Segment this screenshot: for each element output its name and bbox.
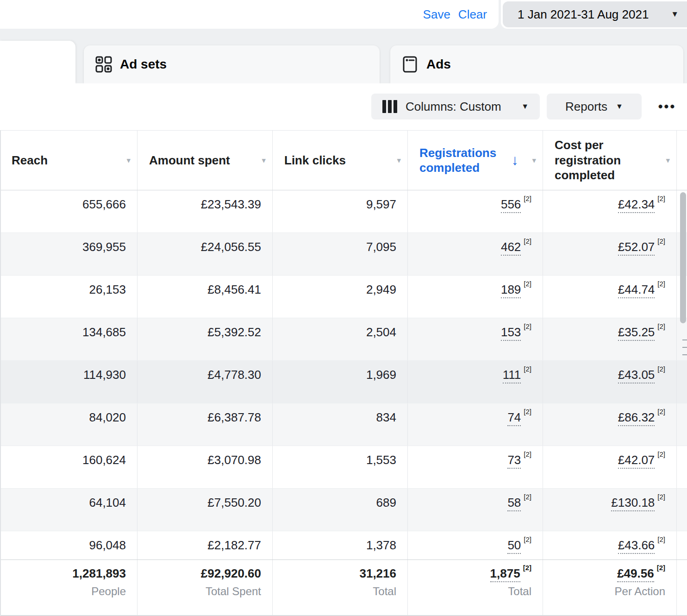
reference-mark: [2] <box>523 564 531 572</box>
registrations-value[interactable]: 189 <box>501 283 521 298</box>
total-value: 31,216 <box>273 566 396 581</box>
reference-mark: [2] <box>657 365 665 373</box>
reference-mark: [2] <box>657 280 665 288</box>
more-options-button[interactable]: ••• <box>654 94 681 119</box>
registrations-value[interactable]: 74 <box>507 410 521 426</box>
link-clicks-cell: 7,095 <box>272 233 407 275</box>
overflow-column <box>676 560 687 615</box>
column-header-amount-spent[interactable]: Amount spent ▾ <box>137 131 272 190</box>
reference-mark: [2] <box>657 237 665 245</box>
column-label: Amount spent <box>149 153 230 168</box>
ellipsis-icon: ••• <box>658 99 676 114</box>
chevron-down-icon: ▼ <box>616 102 623 111</box>
overflow-column <box>676 446 687 488</box>
table-row[interactable]: 64,104 £7,550.20 689 58[2] £130.18[2] <box>0 489 687 531</box>
table-row[interactable]: 369,955 £24,056.55 7,095 462[2] £52.07[2… <box>0 233 687 276</box>
cost-value[interactable]: £130.18 <box>611 496 655 511</box>
total-cost-value[interactable]: £49.56 <box>617 566 654 582</box>
reports-button[interactable]: Reports ▼ <box>547 94 642 119</box>
reference-mark: [2] <box>657 564 665 572</box>
registrations-value[interactable]: 50 <box>507 538 521 554</box>
cost-cell: £86.32[2] <box>543 403 676 446</box>
cost-cell: £130.18[2] <box>543 489 676 531</box>
save-button[interactable]: Save <box>423 7 450 22</box>
registrations-value[interactable]: 111 <box>503 368 521 383</box>
columns-icon <box>382 100 397 113</box>
cost-cell: £42.07[2] <box>543 446 676 488</box>
clear-button[interactable]: Clear <box>458 7 487 22</box>
column-header-link-clicks[interactable]: Link clicks ▾ <box>272 131 407 190</box>
amount-spent-cell: £6,387.78 <box>137 403 272 446</box>
column-menu-caret-icon[interactable]: ▾ <box>126 156 131 165</box>
table-row[interactable]: 26,153 £8,456.41 2,949 189[2] £44.74[2] <box>0 276 687 318</box>
link-clicks-cell: 834 <box>272 403 407 446</box>
table-row[interactable]: 134,685 £5,392.52 2,504 153[2] £35.25[2] <box>0 318 687 361</box>
tab-ad-sets-label: Ad sets <box>120 57 167 72</box>
tab-ad-sets[interactable]: Ad sets <box>84 45 380 83</box>
total-registrations-value[interactable]: 1,875 <box>490 566 520 582</box>
reach-cell: 655,666 <box>0 190 137 233</box>
link-clicks-cell: 1,553 <box>272 446 407 488</box>
reference-mark: [2] <box>524 535 531 543</box>
cost-value[interactable]: £43.66 <box>618 538 655 554</box>
total-value: 1,281,893 <box>0 566 126 581</box>
table-row[interactable]: 84,020 £6,387.78 834 74[2] £86.32[2] <box>0 403 687 446</box>
sort-descending-icon[interactable]: ↓ <box>512 152 519 169</box>
total-cost-cell: £49.56[2] Per Action <box>543 560 676 615</box>
table-row[interactable]: 160,624 £3,070.98 1,553 73[2] £42.07[2] <box>0 446 687 489</box>
registrations-value[interactable]: 73 <box>507 453 521 469</box>
reach-cell: 64,104 <box>0 489 137 531</box>
link-clicks-cell: 1,378 <box>272 531 407 559</box>
cost-value[interactable]: £43.05 <box>618 368 655 383</box>
cost-value[interactable]: £42.07 <box>618 453 655 469</box>
column-label: Cost per registration completed <box>555 138 643 183</box>
columns-button[interactable]: Columns: Custom ▼ <box>371 94 540 119</box>
column-header-reach[interactable]: Reach ▾ <box>0 131 137 190</box>
registrations-value[interactable]: 153 <box>501 325 521 341</box>
table-row[interactable]: 655,666 £23,543.39 9,597 556[2] £42.34[2… <box>0 190 687 233</box>
reference-mark: [2] <box>657 493 665 501</box>
cost-value[interactable]: £86.32 <box>618 410 655 426</box>
reach-cell: 369,955 <box>0 233 137 275</box>
total-label: Total <box>408 585 531 598</box>
registrations-value[interactable]: 462 <box>501 240 521 256</box>
registrations-cell: 111[2] <box>407 361 543 403</box>
table-row[interactable]: 96,048 £2,182.77 1,378 50[2] £43.66[2] <box>0 531 687 559</box>
registrations-cell: 73[2] <box>407 446 543 488</box>
date-range-selector[interactable]: 1 Jan 2021-31 Aug 2021 ▼ <box>503 1 687 27</box>
registrations-value[interactable]: 58 <box>507 496 521 511</box>
registrations-cell: 74[2] <box>407 403 543 446</box>
link-clicks-cell: 2,949 <box>272 276 407 318</box>
tab-ads[interactable]: Ads <box>390 45 683 83</box>
table-row[interactable]: 114,930 £4,778.30 1,969 111[2] £43.05[2] <box>0 361 687 403</box>
reach-cell: 160,624 <box>0 446 137 488</box>
reference-mark: [2] <box>657 450 665 458</box>
registrations-value[interactable]: 556 <box>501 197 521 213</box>
reach-cell: 114,930 <box>0 361 137 403</box>
cost-value[interactable]: £52.07 <box>618 240 655 256</box>
clipped-next-column-content <box>682 347 687 348</box>
reach-cell: 84,020 <box>0 403 137 446</box>
column-menu-caret-icon[interactable]: ▾ <box>666 156 670 165</box>
column-header-cost-per-registration[interactable]: Cost per registration completed ▾ <box>543 131 676 190</box>
column-menu-caret-icon[interactable]: ▾ <box>262 156 266 165</box>
tab-campaigns-active[interactable] <box>0 41 75 83</box>
chevron-down-icon: ▼ <box>671 10 679 19</box>
cost-value[interactable]: £35.25 <box>618 325 655 341</box>
vertical-scrollbar[interactable] <box>680 192 686 323</box>
reference-mark: [2] <box>657 408 665 415</box>
column-header-registrations-completed[interactable]: Registrations completed ↓ ▾ <box>407 131 543 190</box>
cost-value[interactable]: £44.74 <box>618 283 655 298</box>
reference-mark: [2] <box>524 322 531 330</box>
table-left-border <box>0 130 1 616</box>
columns-button-label: Columns: Custom <box>406 100 501 114</box>
column-menu-caret-icon[interactable]: ▾ <box>397 156 401 165</box>
column-menu-caret-icon[interactable]: ▾ <box>532 156 536 165</box>
clipped-next-column-content <box>682 354 687 355</box>
registrations-cell: 58[2] <box>407 489 543 531</box>
cost-value[interactable]: £42.34 <box>618 197 655 213</box>
reach-cell: 26,153 <box>0 276 137 318</box>
amount-spent-cell: £7,550.20 <box>137 489 272 531</box>
reference-mark: [2] <box>524 450 531 458</box>
cost-cell: £42.34[2] <box>543 190 676 233</box>
